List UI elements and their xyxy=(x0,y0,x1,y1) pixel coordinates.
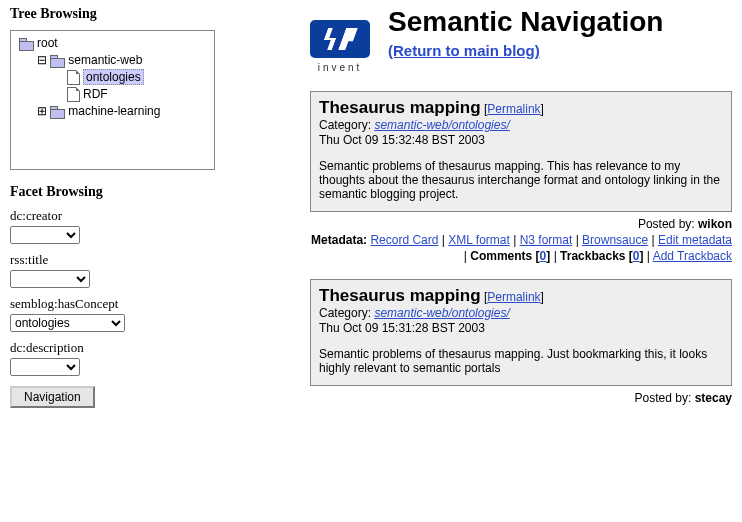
category-link[interactable]: semantic-web/ontologies/ xyxy=(374,306,509,320)
metadata-label: Metadata: xyxy=(311,233,367,247)
entry-date: Thu Oct 09 15:31:28 BST 2003 xyxy=(319,321,723,335)
tree-node-machine-learning[interactable]: ⊞ machine-learning xyxy=(15,103,210,120)
tree-view[interactable]: root ⊟ semantic-web ontologies RDF ⊞ mac… xyxy=(10,30,215,170)
facet-select-creator[interactable] xyxy=(10,226,80,244)
tree-leaf-ontologies[interactable]: ontologies xyxy=(15,69,210,86)
hp-logo-icon xyxy=(310,20,370,58)
permalink-link[interactable]: Permalink xyxy=(487,102,540,116)
logo-caption: invent xyxy=(318,62,363,73)
trackbacks-count[interactable]: 0 xyxy=(633,249,640,263)
comments-label: Comments [ xyxy=(470,249,539,263)
permalink-link[interactable]: Permalink xyxy=(487,290,540,304)
blog-entry: Thesaurus mapping [Permalink] Category: … xyxy=(310,91,732,212)
category-label: Category: xyxy=(319,306,371,320)
brownsauce-link[interactable]: Brownsauce xyxy=(582,233,648,247)
hp-logo: invent xyxy=(310,20,370,73)
tree-label-selected: ontologies xyxy=(83,69,144,85)
entry-body: Semantic problems of thesaurus mapping. … xyxy=(319,159,723,201)
entry-date: Thu Oct 09 15:32:48 BST 2003 xyxy=(319,133,723,147)
facet-label-creator: dc:creator xyxy=(10,208,215,224)
entry-body: Semantic problems of thesaurus mapping. … xyxy=(319,347,723,375)
category-label: Category: xyxy=(319,118,371,132)
tree-label: semantic-web xyxy=(68,53,142,67)
tree-leaf-rdf[interactable]: RDF xyxy=(15,86,210,103)
facet-label-title: rss:title xyxy=(10,252,215,268)
n3-format-link[interactable]: N3 format xyxy=(520,233,573,247)
posted-by-label: Posted by: xyxy=(635,391,692,405)
tree-label-root: root xyxy=(37,36,58,50)
facet-browsing-heading: Facet Browsing xyxy=(10,184,215,200)
facet-select-title[interactable] xyxy=(10,270,90,288)
entry-author: wikon xyxy=(698,217,732,231)
xml-format-link[interactable]: XML format xyxy=(448,233,510,247)
facet-label-concept: semblog:hasConcept xyxy=(10,296,215,312)
facet-label-description: dc:description xyxy=(10,340,215,356)
navigation-button[interactable]: Navigation xyxy=(10,386,95,408)
edit-metadata-link[interactable]: Edit metadata xyxy=(658,233,732,247)
add-trackback-link[interactable]: Add Trackback xyxy=(653,249,732,263)
tree-root[interactable]: root xyxy=(15,35,210,52)
tree-browsing-heading: Tree Browsing xyxy=(10,6,215,22)
facet-select-description[interactable] xyxy=(10,358,80,376)
page-title: Semantic Navigation xyxy=(388,6,663,38)
entry-author: stecay xyxy=(695,391,732,405)
trackbacks-label: Trackbacks [ xyxy=(560,249,633,263)
tree-node-semantic-web[interactable]: ⊟ semantic-web xyxy=(15,52,210,69)
entry-meta: Posted by: stecay xyxy=(310,390,732,406)
category-link[interactable]: semantic-web/ontologies/ xyxy=(374,118,509,132)
facet-select-concept[interactable]: ontologies xyxy=(10,314,125,332)
record-card-link[interactable]: Record Card xyxy=(370,233,438,247)
file-icon xyxy=(67,70,80,85)
entry-meta: Posted by: wikon Metadata: Record Card |… xyxy=(310,216,732,265)
entry-title: Thesaurus mapping xyxy=(319,98,481,117)
folder-icon xyxy=(50,106,65,117)
entry-title: Thesaurus mapping xyxy=(319,286,481,305)
expand-icon[interactable]: ⊞ xyxy=(37,103,47,120)
tree-label: machine-learning xyxy=(68,104,160,118)
posted-by-label: Posted by: xyxy=(638,217,695,231)
return-link[interactable]: (Return to main blog) xyxy=(388,42,540,59)
folder-icon xyxy=(19,38,34,49)
tree-label: RDF xyxy=(83,87,108,101)
blog-entry: Thesaurus mapping [Permalink] Category: … xyxy=(310,279,732,386)
folder-icon xyxy=(50,55,65,66)
collapse-icon[interactable]: ⊟ xyxy=(37,52,47,69)
file-icon xyxy=(67,87,80,102)
